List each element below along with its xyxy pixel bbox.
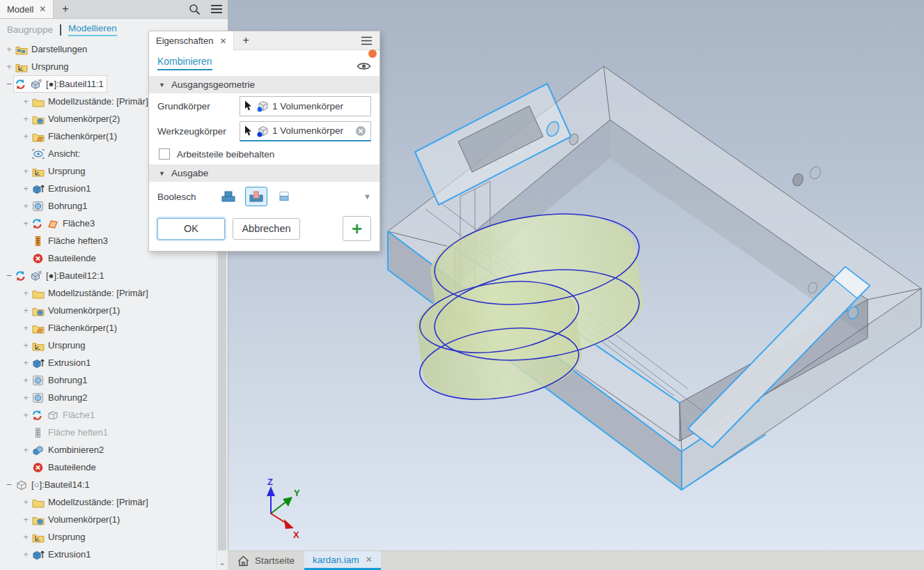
boolean-cut-button[interactable] [245, 187, 267, 206]
expander-plus-icon[interactable]: + [4, 44, 14, 54]
tree-item-content: Fläche heften1 [31, 424, 111, 440]
expander-plus-icon[interactable]: + [21, 96, 31, 107]
expander-plus-icon[interactable]: + [21, 340, 31, 351]
tree-item[interactable]: +Volumenkörper(1) [0, 302, 216, 319]
expander-plus-icon[interactable]: + [21, 201, 31, 211]
tab-startseite[interactable]: Startseite [228, 551, 304, 570]
section-ausgangsgeometrie[interactable]: ▼ Ausgangsgeometrie [149, 76, 379, 93]
expander-plus-icon[interactable]: + [21, 514, 31, 525]
hamburger-icon [361, 36, 373, 45]
expander-plus-icon[interactable]: + [21, 183, 31, 194]
search-button[interactable] [184, 0, 205, 18]
tree-item-content: Volumenkörper(2) [31, 111, 123, 127]
tree-item-label: Kombinieren2 [48, 445, 104, 455]
expander-plus-icon[interactable]: + [21, 305, 31, 316]
scroll-down-icon[interactable]: ⌄ [217, 558, 228, 567]
close-icon[interactable]: ✕ [39, 4, 46, 14]
scrollbar-thumb[interactable] [218, 244, 226, 550]
refresh-icon [14, 270, 27, 282]
expander-plus-icon[interactable]: + [21, 357, 31, 368]
tree-item[interactable]: Fläche heften1 [0, 424, 216, 441]
tree-item[interactable]: +Flächenkörper(1) [0, 319, 216, 337]
tree-item-label: Ursprung [48, 166, 85, 176]
expander-plus-icon[interactable]: + [21, 288, 31, 298]
werkzeugkoerper-selection[interactable]: 1 Volumenkörper [240, 121, 371, 141]
home-icon [237, 555, 249, 567]
hole-icon [32, 375, 45, 386]
tree-item[interactable]: +Extrusion1 [0, 546, 216, 563]
dialog-footer: OK Abbrechen + [149, 211, 379, 244]
view-icon [32, 148, 45, 160]
command-row: Kombinieren [149, 50, 379, 76]
tree-item-content: Fläche heften3 [31, 233, 111, 249]
folder-icon [32, 96, 45, 107]
new-dialog-tab-button[interactable]: + [234, 31, 257, 49]
expander-plus-icon[interactable]: + [21, 549, 31, 560]
ok-button[interactable]: OK [157, 218, 225, 240]
tree-item-content: Bauteilende [31, 250, 99, 266]
section-caret-icon: ▼ [159, 170, 165, 177]
expander-plus-icon[interactable]: + [21, 323, 31, 333]
expander-minus-icon[interactable]: − [4, 270, 14, 281]
tree-item[interactable]: +Bohrung2 [0, 389, 216, 406]
close-icon[interactable]: ✕ [219, 36, 226, 46]
tree-item-content: Volumenkörper(1) [31, 511, 123, 527]
mode-modellieren[interactable]: Modellieren [68, 23, 117, 36]
boolean-join-button[interactable] [217, 187, 240, 206]
section-ausgabe[interactable]: ▼ Ausgabe [149, 164, 379, 182]
add-operation-button[interactable]: + [343, 216, 371, 241]
new-browser-tab-button[interactable]: + [54, 0, 77, 18]
expander-plus-icon[interactable]: + [21, 375, 31, 385]
expander-plus-icon[interactable]: + [4, 61, 14, 72]
tree-item-label: Flächenkörper(1) [48, 131, 117, 141]
tab-eigenschaften[interactable]: Eigenschaften ✕ [149, 31, 234, 50]
tab-modell[interactable]: Modell ✕ [0, 0, 54, 18]
expander-plus-icon[interactable]: + [21, 497, 31, 507]
close-icon[interactable]: ✕ [366, 555, 373, 564]
cancel-button[interactable]: Abbrechen [233, 218, 300, 240]
tree-item[interactable]: +Ursprung [0, 337, 216, 354]
kombinieren-link[interactable]: Kombinieren [157, 56, 212, 70]
expander-minus-icon[interactable]: − [4, 479, 14, 490]
expander-plus-icon[interactable]: + [21, 131, 31, 141]
tree-item[interactable]: +Fläche1 [0, 406, 216, 424]
folder-origin-icon [32, 532, 45, 543]
search-icon [189, 3, 201, 15]
tab-kardan-iam[interactable]: kardan.iam ✕ [304, 551, 381, 570]
tree-item[interactable]: Bauteilende [0, 459, 216, 476]
expander-plus-icon[interactable]: + [21, 392, 31, 403]
tree-item[interactable]: +Ursprung [0, 528, 216, 546]
tree-item[interactable]: Bauteilende [0, 249, 216, 267]
boolean-operation-group [217, 187, 295, 206]
dialog-menu-button[interactable] [354, 31, 379, 49]
tree-item[interactable]: −[●]:Bauteil12:1 [0, 267, 216, 284]
chevron-down-icon[interactable]: ▼ [363, 192, 371, 201]
expander-plus-icon[interactable]: + [21, 166, 31, 176]
expander-plus-icon[interactable]: + [21, 445, 31, 455]
tree-item[interactable]: +Volumenkörper(1) [0, 511, 216, 528]
expander-plus-icon[interactable]: + [21, 114, 31, 124]
tree-item[interactable]: −[○]:Bauteil14:1 [0, 476, 216, 493]
mode-baugruppe[interactable]: Baugruppe [7, 24, 53, 35]
tree-item-content: Ursprung [31, 337, 88, 353]
boolean-intersect-button[interactable] [273, 187, 295, 206]
dialog-tab-bar: Eigenschaften ✕ + [149, 31, 379, 50]
tree-item[interactable]: +Kombinieren2 [0, 441, 216, 459]
browser-menu-button[interactable] [205, 0, 228, 18]
svg-text:Z: Z [267, 477, 273, 487]
expander-plus-icon[interactable]: + [21, 532, 31, 542]
expander-minus-icon[interactable]: − [4, 79, 14, 89]
tree-item[interactable]: +Modellzustände: [Primär] [0, 493, 216, 511]
arbeitsteile-checkbox[interactable] [159, 148, 170, 160]
folder-representations-icon [15, 44, 28, 55]
clear-selection-button[interactable] [355, 125, 366, 137]
tree-item[interactable]: +Extrusion1 [0, 354, 216, 371]
tab-eigenschaften-label: Eigenschaften [156, 36, 213, 46]
expander-plus-icon[interactable]: + [21, 218, 31, 229]
expander-plus-icon[interactable]: + [21, 410, 31, 420]
refresh-icon [31, 218, 44, 229]
tree-item[interactable]: +Modellzustände: [Primär] [0, 284, 216, 302]
visibility-toggle[interactable] [357, 61, 371, 71]
grundkoerper-selection[interactable]: 1 Volumenkörper [240, 96, 371, 116]
tree-item[interactable]: +Bohrung1 [0, 371, 216, 389]
